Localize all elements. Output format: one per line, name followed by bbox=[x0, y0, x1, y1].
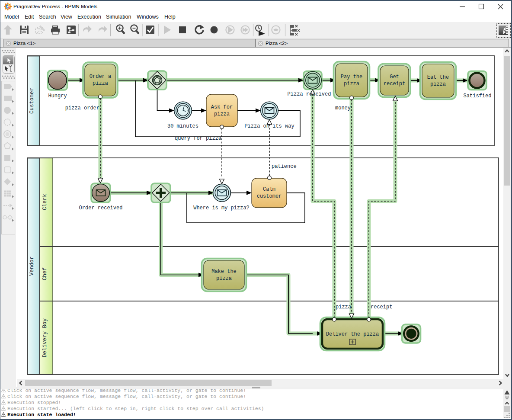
svg-text:Where is my pizza?: Where is my pizza? bbox=[193, 205, 250, 211]
svg-text:Delivery Boy: Delivery Boy bbox=[42, 318, 48, 357]
svg-text:Ask for: Ask for bbox=[211, 104, 233, 110]
svg-text:pizza: pizza bbox=[214, 111, 230, 117]
svg-text:pizza: pizza bbox=[216, 276, 232, 282]
svg-text:Eat the: Eat the bbox=[427, 74, 449, 80]
svg-text:Pizza on its way: Pizza on its way bbox=[244, 123, 294, 129]
svg-text:Pay the: Pay the bbox=[341, 74, 362, 80]
svg-text:query for pizza: query for pizza bbox=[175, 135, 221, 141]
svg-text:Get: Get bbox=[390, 74, 399, 80]
svg-text:Customer: Customer bbox=[29, 88, 35, 114]
svg-text:money: money bbox=[335, 105, 351, 111]
svg-text:Deliver the pizza: Deliver the pizza bbox=[326, 331, 379, 337]
svg-text:Make the: Make the bbox=[211, 269, 237, 275]
svg-text:30 minutes: 30 minutes bbox=[167, 123, 198, 129]
svg-text:Order a: Order a bbox=[90, 74, 111, 80]
svg-text:receipt: receipt bbox=[371, 304, 392, 310]
svg-text:customer: customer bbox=[257, 193, 282, 199]
svg-text:Hungry: Hungry bbox=[48, 93, 67, 99]
svg-text:pizza: pizza bbox=[430, 81, 446, 87]
svg-text:Order received: Order received bbox=[79, 205, 123, 211]
svg-text:Calm: Calm bbox=[263, 186, 275, 192]
svg-text:pizza: pizza bbox=[344, 81, 359, 87]
svg-text:pizza: pizza bbox=[336, 304, 351, 310]
svg-text:Pizza received: Pizza received bbox=[288, 91, 331, 97]
svg-text:Vendor: Vendor bbox=[29, 256, 35, 276]
svg-text:pizza: pizza bbox=[93, 80, 108, 87]
svg-text:pizza order: pizza order bbox=[65, 105, 99, 111]
svg-text:Satisfied: Satisfied bbox=[464, 93, 492, 99]
svg-text:Clerk: Clerk bbox=[42, 194, 48, 210]
svg-text:receipt: receipt bbox=[384, 81, 405, 87]
svg-text:Chef: Chef bbox=[42, 267, 48, 280]
svg-text:patience: patience bbox=[272, 164, 297, 170]
